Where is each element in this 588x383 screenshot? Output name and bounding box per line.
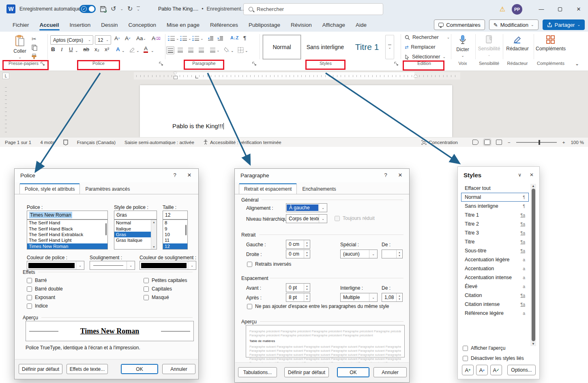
cut-icon[interactable]: ✂ (32, 36, 36, 42)
paragraph-dialog-launcher[interactable] (252, 62, 257, 67)
spin-up-icon[interactable]: ▲ (398, 251, 400, 254)
font-size-field[interactable]: 12 (163, 211, 188, 219)
zoom-in-button[interactable]: + (562, 140, 565, 145)
by-spinner[interactable]: ▲▼ (382, 250, 403, 258)
indent-left-spinner[interactable]: 0 cm▲▼ (286, 240, 310, 249)
print-layout-button[interactable] (484, 140, 490, 145)
search-input[interactable]: Rechercher (243, 3, 383, 15)
list-item[interactable]: The Serif Hand Black (27, 226, 107, 231)
highlight-chevron-icon[interactable]: ⌄ (136, 49, 139, 53)
font-size-select[interactable]: 12 ⌄ (95, 35, 111, 45)
style-item[interactable]: Référence légèrea (461, 309, 529, 318)
list-item[interactable]: The Serif Hand Light (27, 237, 107, 243)
list-item[interactable]: Times New Roman (27, 243, 107, 249)
align-center-button[interactable] (178, 48, 183, 52)
cancel-button[interactable]: Annuler (373, 367, 407, 377)
font-color-button[interactable]: A (144, 45, 148, 53)
ribbon-tab[interactable]: Publipostage (243, 19, 285, 30)
undo-chevron-icon[interactable]: ⌄ (120, 7, 123, 11)
change-case-button[interactable]: Aa⌄ (136, 35, 146, 41)
ribbon-tab[interactable]: Fichier (7, 19, 34, 30)
style-item[interactable]: Accentuation intensea (461, 273, 529, 282)
underline-color-select[interactable]: ⌄ (139, 261, 196, 270)
underline-style-select[interactable]: ⌄ (90, 261, 135, 270)
addins-button[interactable]: Compléments (536, 35, 565, 52)
help-button[interactable]: ? (171, 172, 179, 178)
decrease-indent-button[interactable] (208, 36, 214, 41)
text-effects-button[interactable]: A (116, 46, 120, 52)
style-item[interactable]: Sous-titre¶a (461, 246, 529, 255)
list-item[interactable]: 12 (163, 243, 187, 249)
scroll-down-icon[interactable]: ▼ (152, 245, 155, 248)
help-button[interactable]: ? (382, 172, 390, 178)
chevron-down-icon[interactable]: ∨ (518, 172, 521, 178)
sort-button[interactable]: A↓Z (230, 35, 238, 40)
effect-checkbox[interactable]: Exposant (27, 295, 63, 300)
style-item[interactable]: Normal¶ (461, 193, 529, 202)
font-color-select[interactable]: ⌄ (27, 261, 84, 270)
set-default-button[interactable]: Définir par défaut (19, 364, 62, 374)
style-item[interactable]: Citation¶a (461, 291, 529, 300)
style-gallery-item[interactable]: Sans interligne (303, 35, 348, 59)
mirror-indents-checkbox[interactable]: Retraits inversés (247, 261, 291, 267)
justify-button[interactable] (199, 48, 204, 52)
ok-button[interactable]: OK (121, 364, 158, 374)
style-item[interactable]: Citation intense¶a (461, 300, 529, 309)
space-after-spinner[interactable]: 8 pt▲▼ (286, 293, 310, 302)
format-painter-icon[interactable] (32, 54, 38, 59)
text-effects-chevron-icon[interactable]: ⌄ (122, 49, 125, 53)
save-icon[interactable] (100, 6, 107, 13)
dictate-button[interactable]: Dicter ⌄ (453, 35, 473, 58)
list-item[interactable]: Italique (114, 226, 157, 231)
shrink-font-button[interactable]: A˅ (125, 35, 131, 41)
proofing-icon[interactable] (63, 140, 68, 145)
dialog-tab[interactable]: Enchaînements (297, 184, 341, 194)
spin-down-icon[interactable]: ▼ (306, 288, 308, 290)
alignment-select[interactable]: À gauche⌄ (286, 203, 327, 212)
share-button[interactable]: Partager ⌄ (543, 19, 585, 30)
outline-level-select[interactable]: Corps de texte⌄ (286, 214, 327, 223)
multilevel-list-button[interactable]: ⌄ (192, 36, 204, 41)
word-count[interactable]: 4 mots (40, 140, 54, 145)
minimize-button[interactable]: — (532, 0, 551, 18)
ribbon-tab[interactable]: Mise en page (161, 19, 205, 30)
style-item[interactable]: Accentuationa (461, 264, 529, 273)
effect-checkbox[interactable]: Barré (27, 278, 63, 283)
underline-button[interactable]: U (69, 46, 73, 52)
spin-down-icon[interactable]: ▼ (306, 245, 308, 247)
ribbon-tab[interactable]: Dessin (96, 19, 123, 30)
italic-button[interactable]: I (61, 46, 63, 53)
special-select[interactable]: (aucun)⌄ (340, 250, 378, 258)
document-title[interactable]: Pablo The King.... • Enregistrement... ∨ (158, 6, 251, 12)
font-list[interactable]: The Serif HandThe Serif Hand BlackThe Se… (27, 219, 108, 250)
borders-chevron-icon[interactable]: ⌄ (245, 49, 248, 53)
avatar[interactable]: PP (512, 4, 522, 15)
effect-checkbox[interactable]: Indice (27, 303, 63, 309)
style-inspector-button[interactable]: A⌕ (476, 365, 488, 375)
ribbon-tab[interactable]: Aide (350, 19, 372, 30)
spin-down-icon[interactable]: ▼ (306, 254, 308, 257)
spin-up-icon[interactable]: ▲ (306, 295, 308, 297)
style-item[interactable]: Élevéa (461, 282, 529, 291)
font-style-field[interactable]: Gras (114, 211, 157, 219)
web-layout-button[interactable] (496, 140, 502, 145)
close-icon[interactable]: ✕ (396, 172, 404, 178)
show-paragraph-marks-button[interactable]: ¶ (243, 35, 246, 41)
zoom-slider-thumb[interactable] (539, 140, 540, 145)
style-item[interactable]: Titre 3¶a (461, 228, 529, 237)
list-item[interactable]: Normal (114, 220, 157, 226)
close-button[interactable]: ✕ (569, 0, 588, 18)
ok-button[interactable]: OK (337, 367, 369, 377)
dialog-tab[interactable]: Retrait et espacement (239, 184, 297, 194)
effect-checkbox[interactable]: Barré double (27, 286, 63, 292)
font-size-scrollbar[interactable] (185, 225, 187, 235)
font-dialog-launcher[interactable] (159, 62, 164, 67)
style-item[interactable]: Sans interligne¶ (461, 202, 529, 211)
highlight-button[interactable] (129, 47, 135, 53)
no-space-same-style-checkbox[interactable]: Ne pas ajouter d'espace entre les paragr… (247, 303, 389, 309)
focus-mode-button[interactable]: Concentration (421, 140, 458, 145)
grow-font-button[interactable]: A˄ (114, 35, 120, 41)
dialog-tab[interactable]: Paramètres avancés (80, 184, 135, 194)
autosave-toggle[interactable]: ✓ (79, 5, 96, 13)
redo-icon[interactable]: ↻ (127, 4, 133, 14)
